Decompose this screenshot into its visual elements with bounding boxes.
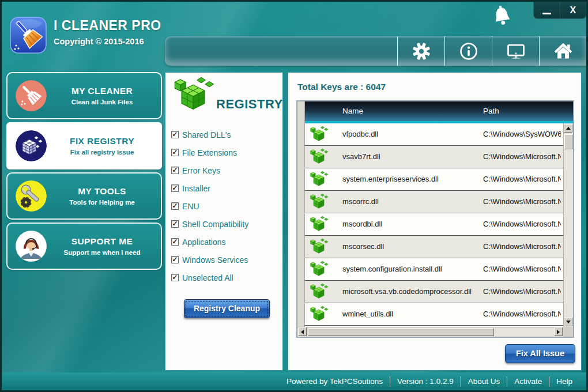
sidebar-item-support-me[interactable]: SUPPORT MESupport me when i need (6, 223, 162, 270)
sidebar-item-title: FIX REGISTRY (47, 136, 157, 146)
cell-name: vfpodbc.dll (342, 123, 481, 145)
cell-path: C:\Windows\Microsoft.NET\F (483, 213, 561, 235)
footer-link-activate[interactable]: Activate (507, 377, 549, 386)
checkbox-row-installer: ✓Installer (171, 179, 282, 197)
app-window: I CLEANER PRO Copyright © 2015-2016 X (0, 0, 588, 392)
registry-cube-icon (16, 130, 47, 161)
column-header-path[interactable]: Path (483, 107, 499, 115)
sidebar-item-subtitle: Fix all registry issue (47, 149, 157, 156)
app-title: I CLEANER PRO (54, 18, 161, 33)
tools-icon (16, 180, 47, 212)
footer-text-version-1-0-2-9: Version : 1.0.2.9 (390, 377, 461, 386)
footer-link-about-us[interactable]: About Us (461, 377, 507, 386)
app-logo-broom-icon (10, 17, 47, 54)
checkbox-enu[interactable]: ✓ (171, 202, 179, 210)
checkbox-row-unselected-all: ✓Unselected All (171, 269, 282, 287)
table-row[interactable]: system.enterpriseservices.dllC:\Windows\… (297, 168, 563, 191)
table-row[interactable]: system.configuration.install.dllC:\Windo… (297, 258, 563, 281)
registry-key-icon (309, 193, 329, 211)
checkbox-row-file-extensions: ✓File Extensions (171, 144, 282, 161)
cell-name: mscordbi.dll (342, 213, 481, 235)
fix-all-issue-button[interactable]: Fix All Issue (505, 344, 575, 363)
cell-path: C:\Windows\Microsoft.NET\F (483, 191, 561, 213)
sidebar-item-subtitle: Clean all Junk Files (47, 99, 157, 105)
cell-path: C:\Windows\Microsoft.NET\F (483, 146, 561, 168)
sidebar-item-my-cleaner[interactable]: MY CLEANERClean all Junk Files (6, 72, 162, 119)
checkbox-row-shared-dll-s: ✓Shared DLL's (171, 126, 282, 144)
registry-heading: REGISTRY (216, 97, 283, 112)
table-row[interactable]: mscorsec.dllC:\Windows\Microsoft.NET\F (297, 236, 563, 258)
scroll-left-button[interactable] (298, 327, 307, 336)
registry-cubes-icon (171, 76, 215, 118)
horizontal-scroll-thumb[interactable] (308, 328, 494, 336)
checkbox-error-keys[interactable]: ✓ (171, 167, 179, 174)
cell-name: mscorrc.dll (342, 191, 481, 213)
table-row[interactable]: microsoft.vsa.vb.codedomprocessor.dllC:\… (297, 281, 563, 303)
footer-link-help[interactable]: Help (549, 377, 579, 386)
table-row[interactable]: vsavb7rt.dllC:\Windows\Microsoft.NET\F (297, 146, 563, 168)
cell-name: system.enterpriseservices.dll (342, 168, 481, 190)
checkbox-windows-services[interactable]: ✓ (171, 256, 179, 263)
cell-name: mscorsec.dll (342, 236, 481, 258)
settings-button[interactable] (397, 36, 444, 66)
table-row[interactable]: wminet_utils.dllC:\Windows\Microsoft.NET… (297, 303, 563, 326)
cell-path: C:\Windows\Microsoft.NET\F (483, 303, 561, 325)
sidebar-item-fix-registry[interactable]: FIX REGISTRYFix all registry issue (6, 122, 162, 169)
table-row[interactable]: mscordbi.dllC:\Windows\Microsoft.NET\F (297, 213, 563, 236)
table-row[interactable]: vfpodbc.dllC:\Windows\SysWOW64\vfp (297, 123, 563, 146)
checkbox-row-shell-compatibility: ✓Shell Compatibility (171, 215, 282, 233)
info-button[interactable] (444, 36, 492, 66)
checkbox-shell-compatibility[interactable]: ✓ (171, 220, 179, 228)
scrollbar-corner (563, 327, 573, 337)
info-icon (458, 41, 479, 62)
registry-cleanup-button[interactable]: Registry Cleanup (184, 299, 270, 318)
cell-name: system.configuration.install.dll (342, 258, 481, 280)
checkbox-file-extensions[interactable]: ✓ (171, 149, 179, 156)
checkbox-unselected-all[interactable]: ✓ (171, 274, 179, 281)
scroll-down-button[interactable] (564, 318, 572, 326)
scroll-right-button[interactable] (554, 327, 563, 336)
registry-keys-table: Name Path vfpodbc.dllC: (296, 100, 574, 338)
main-area: MY CLEANERClean all Junk Files FIX REGIS… (6, 72, 582, 371)
checkbox-applications[interactable]: ✓ (171, 238, 179, 246)
checkbox-row-applications: ✓Applications (171, 233, 282, 251)
scroll-up-button[interactable] (564, 124, 572, 133)
registry-key-icon (309, 261, 329, 278)
registry-panel: REGISTRY ✓Shared DLL's✓File Extensions✓E… (165, 72, 283, 371)
horizontal-scrollbar[interactable] (297, 327, 563, 337)
home-button[interactable] (539, 36, 586, 66)
copyright-text: Copyright © 2015-2016 (54, 37, 144, 46)
footer-bar: Powered by TekPCSoutionsVersion : 1.0.2.… (2, 372, 586, 390)
bell-icon[interactable] (489, 4, 515, 31)
vertical-scroll-thumb[interactable] (564, 134, 572, 149)
minimize-button[interactable] (534, 2, 560, 18)
checkbox-label: Applications (182, 238, 226, 247)
checkbox-label: Error Keys (182, 166, 220, 175)
checkbox-label: Shared DLL's (182, 130, 231, 140)
support-agent-icon (16, 231, 47, 262)
cell-path: C:\Windows\Microsoft.NET\F (483, 258, 561, 280)
results-panel: Total Keys are : 6047 Name Path (288, 72, 582, 371)
checkbox-label: Shell Compatibility (182, 220, 248, 229)
system-button[interactable] (492, 36, 539, 66)
checkbox-label: File Extensions (182, 148, 237, 157)
checkbox-shared-dll-s[interactable]: ✓ (171, 131, 179, 138)
cell-name: vsavb7rt.dll (342, 146, 481, 168)
window-controls: X (533, 2, 586, 19)
vertical-scrollbar[interactable] (563, 123, 573, 327)
checkbox-installer[interactable]: ✓ (171, 184, 179, 192)
sidebar-item-my-tools[interactable]: MY TOOLSTools for Helping me (6, 172, 162, 220)
table-row[interactable]: mscorrc.dllC:\Windows\Microsoft.NET\F (297, 191, 563, 213)
registry-key-icon (309, 283, 329, 301)
registry-checkbox-list: ✓Shared DLL's✓File Extensions✓Error Keys… (171, 126, 282, 287)
cell-path: C:\Windows\SysWOW64\vfp (483, 123, 561, 145)
close-button[interactable]: X (560, 2, 586, 18)
checkbox-row-enu: ✓ENU (171, 197, 282, 215)
registry-key-icon (309, 148, 329, 166)
column-header-name[interactable]: Name (342, 107, 363, 115)
checkbox-label: ENU (182, 202, 199, 211)
registry-key-icon (309, 306, 329, 323)
minimize-icon (542, 13, 551, 14)
gear-icon (411, 41, 432, 62)
registry-logo: REGISTRY (171, 76, 282, 118)
